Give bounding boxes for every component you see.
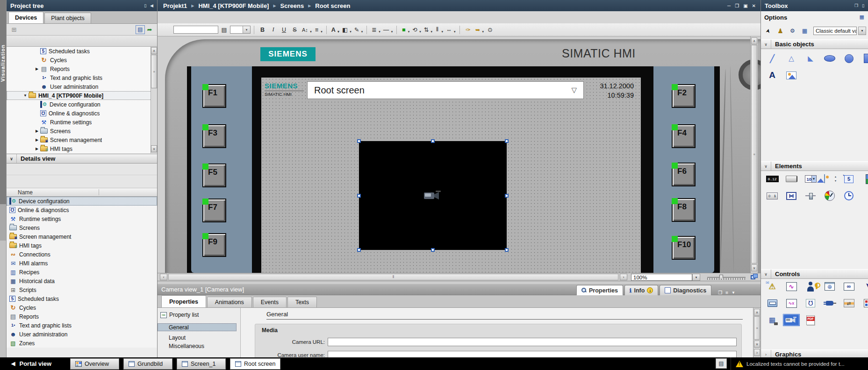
taskbar-overview-button[interactable]: Overview [70, 358, 119, 370]
fill-color-button[interactable] [400, 25, 410, 35]
format-painter-button[interactable] [463, 25, 473, 35]
tree-item-text-graphic-lists[interactable]: Text and graphic lists [7, 73, 157, 82]
circle-tool[interactable] [840, 52, 857, 64]
breadcrumb-root-screen[interactable]: Root screen [315, 2, 350, 9]
details-item-recipes[interactable]: Recipes [7, 268, 157, 277]
tab-events[interactable]: Events [253, 297, 287, 307]
details-name-column-header[interactable]: Name [7, 188, 157, 197]
zoom-slider[interactable] [707, 274, 746, 281]
rotate-button[interactable] [411, 25, 421, 35]
stamp-tool-icon[interactable] [775, 26, 786, 36]
list-button[interactable] [219, 25, 229, 35]
function-key-f10[interactable]: F10 [672, 236, 696, 260]
restore-icon[interactable] [735, 3, 739, 8]
property-list-header[interactable]: ≔ Property list [160, 312, 199, 318]
portal-view-button[interactable]: Portal view [0, 360, 70, 367]
font-size-combo[interactable] [230, 26, 251, 34]
tab-info[interactable]: ℹ Info i [624, 285, 658, 295]
scrollbar-thumb[interactable] [151, 55, 157, 88]
details-item-online-diagnostics[interactable]: Online & diagnostics [7, 206, 157, 214]
border-color-button[interactable] [353, 25, 363, 35]
expander-icon[interactable] [22, 93, 29, 98]
camera-url-field[interactable] [328, 338, 737, 346]
nav-miscellaneous[interactable]: Miscellaneous [158, 342, 237, 350]
tab-properties-main[interactable]: Properties [576, 285, 623, 295]
tree-item-runtime-settings[interactable]: Runtime settings [7, 118, 157, 127]
zoom-level-combo[interactable]: 100% [631, 274, 692, 281]
symbol-library-tool[interactable]: ⋈ [783, 190, 800, 202]
button-tool[interactable] [783, 173, 800, 185]
line-style-button[interactable] [370, 25, 380, 35]
tree-item-hmi-tags[interactable]: HMI tags [7, 144, 157, 153]
resize-handle[interactable] [505, 139, 509, 143]
expand-panel-icon[interactable] [754, 349, 760, 356]
nav-layout[interactable]: Layout [158, 334, 237, 342]
inspector-scrollbar[interactable] [753, 308, 760, 357]
breadcrumb-device[interactable]: HMI_4 [KTP900F Mobile] [198, 2, 269, 9]
tree-item-device-configuration[interactable]: Device configuration [7, 100, 157, 109]
fit-to-screen-button[interactable] [748, 274, 758, 281]
underline-button[interactable] [279, 25, 289, 35]
function-key-f9[interactable]: F9 [202, 233, 226, 257]
html-browser-tool[interactable]: ⊕ [821, 280, 838, 292]
float-icon[interactable] [718, 290, 722, 295]
close-icon[interactable] [752, 3, 756, 8]
details-item-zones[interactable]: Zones [7, 339, 157, 348]
resize-handle[interactable] [357, 248, 361, 252]
details-item-historical-data[interactable]: Historical data [7, 277, 157, 285]
function-key-f4[interactable]: F4 [672, 124, 696, 148]
font-size-button[interactable] [301, 25, 312, 35]
trend-view-tool[interactable]: ∿ [783, 280, 800, 292]
select-cursor-icon[interactable] [763, 26, 774, 36]
scrollbar-thumb[interactable] [754, 316, 760, 340]
polyline-tool[interactable] [802, 52, 819, 64]
camera-view-object[interactable] [359, 141, 507, 250]
details-item-screens[interactable]: Screens [7, 223, 157, 232]
details-item-connections[interactable]: Connections [7, 250, 157, 259]
screen-canvas[interactable]: SIEMENS SIMATIC HMI F1 F3 F5 F7 F9 F2 F4… [158, 36, 760, 273]
details-item-reports[interactable]: Reports [7, 312, 157, 321]
resize-handle[interactable] [357, 194, 361, 198]
hmi-screen[interactable]: SIEMENS SIMATIC HMI Root screen 31.12.20… [261, 78, 641, 273]
function-key-f8[interactable]: F8 [672, 198, 696, 222]
bold-button[interactable] [258, 25, 267, 35]
tree-item-user-administration[interactable]: User administration [7, 82, 157, 91]
clock-tool[interactable] [840, 190, 857, 202]
antenna-tool[interactable] [860, 280, 868, 292]
details-view-header[interactable]: Details view [7, 154, 157, 164]
tree-scrollbar[interactable] [151, 47, 157, 153]
tab-animations[interactable]: Animations [207, 297, 252, 307]
resize-handle[interactable] [431, 139, 435, 143]
resize-handle[interactable] [505, 248, 509, 252]
style-combo-arrow-icon[interactable] [858, 27, 866, 35]
expander-icon[interactable] [34, 138, 40, 142]
details-item-user-administration[interactable]: User administration [7, 330, 157, 339]
strikethrough-button[interactable] [290, 25, 300, 35]
polygon-tool[interactable] [783, 52, 800, 64]
details-item-text-graphic-lists[interactable]: Text and graphic lists [7, 321, 157, 330]
breadcrumb-project[interactable]: Projekt1 [163, 2, 187, 9]
float-panel-icon[interactable] [144, 3, 146, 8]
line-width-button[interactable] [382, 25, 394, 35]
style-combo[interactable]: Classic default val [813, 27, 857, 35]
symbolic-io-field-tool[interactable]: 10 [802, 173, 819, 185]
resize-handle[interactable] [505, 194, 509, 198]
details-item-scheduled-tasks[interactable]: Scheduled tasks [7, 294, 157, 303]
matrix-control-tool[interactable] [860, 297, 868, 309]
scroll-up-icon[interactable] [151, 47, 157, 54]
object-name-field[interactable] [173, 26, 218, 34]
collapse-icon[interactable] [732, 291, 735, 295]
section-elements[interactable]: Elements [761, 161, 868, 171]
scrollbar-thumb[interactable] [751, 45, 757, 263]
gauge-tool[interactable] [821, 190, 838, 202]
minimize-icon[interactable] [727, 3, 731, 8]
details-item-hmi-tags[interactable]: HMI tags [7, 241, 157, 250]
tab-plant-objects[interactable]: Plant objects [44, 13, 91, 23]
function-key-f1[interactable]: F1 [202, 84, 226, 108]
details-item-hmi-alarms[interactable]: HMI alarms [7, 259, 157, 268]
details-item-cycles[interactable]: Cycles [7, 303, 157, 312]
horizontal-scrollbar-thumb[interactable] [168, 274, 618, 280]
details-item-device-configuration[interactable]: Device configuration [7, 197, 157, 206]
line-tool[interactable] [764, 52, 781, 64]
distribute-button[interactable] [434, 25, 444, 35]
